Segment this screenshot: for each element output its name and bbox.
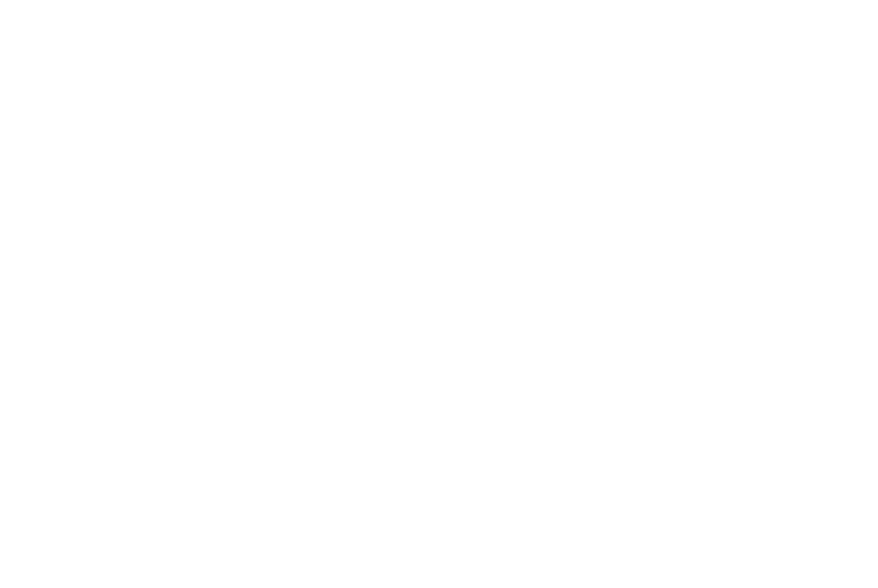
org-chart-lines — [0, 0, 878, 588]
chart-container — [0, 0, 878, 588]
chart-title — [0, 0, 878, 16]
